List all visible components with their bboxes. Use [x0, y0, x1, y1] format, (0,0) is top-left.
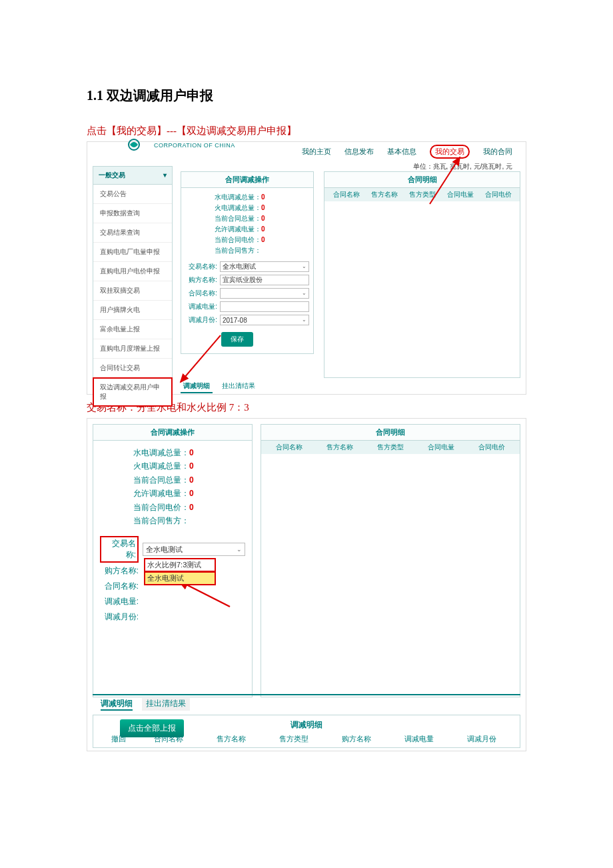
sidebar-item-transfer[interactable]: 合同转让交易 [93, 359, 172, 378]
col-contract-price: 合同电价 [466, 443, 517, 452]
nav-info[interactable]: 信息发布 [344, 147, 374, 157]
stat-value: 0 [189, 489, 194, 498]
stat-label: 允许调减电量： [133, 489, 189, 498]
tab-reduce-detail-2[interactable]: 调减明细 [101, 698, 133, 711]
bottom-tabs: 调减明细 挂出清结果 [181, 380, 258, 393]
trade-name-label-2: 交易名称: [100, 536, 139, 563]
panel-detail-2: 合同明细 合同名称 售方名称 售方类型 合同电量 合同电价 [261, 424, 520, 697]
tab-reduce-detail[interactable]: 调减明细 [181, 380, 213, 393]
sidebar-item-double-trade[interactable]: 双挂双摘交易 [93, 281, 172, 301]
buyer-label: 购方名称: [185, 275, 217, 285]
upload-area: 点击全部上报 调减明细 撤回 合同名称 售方名称 售方类型 购方名称 调减电量 … [93, 715, 520, 748]
sidebar-header[interactable]: 一般交易 ▾ [93, 167, 172, 185]
col-seller-type: 售方类型 [403, 190, 441, 199]
col-seller-type: 售方类型 [263, 734, 325, 744]
col-contract-name: 合同名称 [264, 443, 314, 452]
panel-detail-title-2: 合同明细 [261, 425, 520, 441]
stat-label: 当前合同总量： [215, 215, 261, 222]
col-seller-name: 售方名称 [365, 190, 403, 199]
tab-clear-result-2[interactable]: 挂出清结果 [142, 698, 190, 711]
col-reduce-qty: 调减电量 [388, 734, 450, 744]
nav-my-contract[interactable]: 我的合同 [483, 147, 512, 157]
sidebar-item-announce[interactable]: 交易公告 [93, 185, 172, 204]
sidebar-item-delist-fire[interactable]: 用户摘牌火电 [93, 301, 172, 320]
upload-title: 调减明细 [93, 719, 520, 731]
col-contract-qty: 合同电量 [416, 443, 466, 452]
stat-value: 0 [261, 204, 265, 211]
caret-down-icon: ▾ [163, 171, 167, 179]
stats-block: 水电调减总量：0 火电调减总量：0 当前合同总量：0 允许调减电量：0 当前合同… [181, 188, 313, 260]
col-contract-price: 合同电价 [479, 190, 517, 199]
chevron-down-icon: ⌄ [302, 263, 306, 269]
sidebar-item-surplus-report[interactable]: 富余电量上报 [93, 320, 172, 339]
stat-label: 当前合同电价： [133, 503, 189, 512]
col-contract-name: 合同名称 [327, 190, 365, 199]
reduce-month-select[interactable]: 2017-08⌄ [220, 315, 309, 325]
stat-value: 0 [261, 215, 265, 222]
form-row-reduce-month-2: 调减月份: [93, 609, 252, 625]
reduce-month-label: 调减月份: [185, 315, 217, 325]
trade-name-value-2: 全水电测试 [146, 545, 183, 555]
save-button[interactable]: 保存 [221, 332, 253, 347]
form-row-reduce-qty: 调减电量: [181, 300, 313, 313]
stat-value: 0 [261, 225, 265, 233]
dropdown-option-all-water[interactable]: 全水电测试 [144, 571, 216, 585]
form-row-reduce-month: 调减月份: 2017-08⌄ [181, 313, 313, 327]
sidebar-item-month-increase[interactable]: 直购电月度增量上报 [93, 339, 172, 359]
trade-name-value: 全水电测试 [223, 262, 256, 271]
doc-heading: 1.1 双边调减用户申报 [87, 87, 526, 105]
panel-detail: 合同明细 合同名称 售方名称 售方类型 合同电量 合同电价 [324, 171, 520, 378]
col-withdraw: 撤回 [100, 734, 137, 744]
panel-operation: 合同调减操作 水电调减总量：0 火电调减总量：0 当前合同总量：0 允许调减电量… [181, 171, 314, 354]
unit-label: 单位：兆瓦, 兆瓦时, 元/兆瓦时, 元 [413, 162, 512, 171]
stat-label: 当前合同售方： [215, 247, 261, 254]
buyer-input[interactable]: 宜宾纸业股份 [220, 275, 309, 285]
sidebar-item-plant-report[interactable]: 直购电电厂电量申报 [93, 243, 172, 262]
stat-value: 0 [189, 461, 194, 471]
trade-name-select[interactable]: 全水电测试⌄ [220, 261, 309, 272]
col-contract-qty: 合同电量 [441, 190, 479, 199]
nav-home[interactable]: 我的主页 [302, 147, 331, 157]
reduce-qty-input[interactable] [220, 301, 309, 312]
buyer-value: 宜宾纸业股份 [223, 275, 263, 285]
logo-subtext: CORPORATION OF CHINA [154, 142, 235, 149]
stat-label: 允许调减电量： [215, 225, 261, 233]
stat-value: 0 [261, 236, 265, 243]
panel-detail-title: 合同明细 [324, 172, 520, 188]
form-row-contract: 合同名称: ⌄ [181, 287, 313, 300]
panel-operation-2: 合同调减操作 水电调减总量：0 火电调减总量：0 当前合同总量：0 允许调减电量… [93, 424, 253, 697]
trade-name-select-2[interactable]: 全水电测试⌄ [143, 543, 245, 556]
stat-label: 当前合同售方： [133, 516, 189, 525]
col-seller-name: 售方名称 [314, 443, 365, 452]
stat-label: 当前合同总量： [133, 475, 189, 485]
stat-value: 0 [189, 475, 194, 485]
sidebar-header-label: 一般交易 [99, 171, 125, 179]
reduce-qty-label-2: 调减电量: [100, 596, 139, 607]
sidebar-item-query-result[interactable]: 交易结果查询 [93, 223, 172, 243]
sidebar-item-bilateral-reduce[interactable]: 双边调减交易用户申报 [93, 377, 173, 407]
col-buyer-name: 购方名称 [325, 734, 388, 744]
chevron-down-icon: ⌄ [237, 546, 242, 553]
dropdown-option-ratio[interactable]: 水火比例7:3测试 [144, 558, 216, 572]
sidebar-item-user-price[interactable]: 直购电用户电价申报 [93, 262, 172, 281]
logo-icon [127, 138, 141, 151]
stat-value: 0 [261, 193, 265, 201]
screenshot-2: 合同调减操作 水电调减总量：0 火电调减总量：0 当前合同总量：0 允许调减电量… [87, 418, 526, 751]
tabs-row-2: 调减明细 挂出清结果 [93, 694, 520, 711]
tab-clear-result[interactable]: 挂出清结果 [219, 380, 258, 393]
stat-label: 火电调减总量： [215, 204, 261, 211]
detail-columns-2: 合同名称 售方名称 售方类型 合同电量 合同电价 [261, 441, 520, 454]
stat-label: 水电调减总量： [133, 448, 189, 457]
nav-my-trade[interactable]: 我的交易 [430, 145, 470, 159]
detail-columns: 合同名称 售方名称 售方类型 合同电量 合同电价 [324, 188, 520, 201]
nav-basic[interactable]: 基本信息 [387, 147, 416, 157]
sidebar-item-query-data[interactable]: 申报数据查询 [93, 204, 172, 223]
stat-value: 0 [189, 503, 194, 512]
upload-columns: 撤回 合同名称 售方名称 售方类型 购方名称 调减电量 调减月份 [93, 734, 520, 744]
buyer-label-2: 购方名称: [100, 565, 139, 577]
contract-select[interactable]: ⌄ [220, 288, 309, 299]
chevron-down-icon: ⌄ [302, 317, 306, 323]
col-contract-name: 合同名称 [137, 734, 200, 744]
col-seller-type: 售方类型 [365, 443, 416, 452]
trade-name-label: 交易名称: [185, 262, 217, 271]
